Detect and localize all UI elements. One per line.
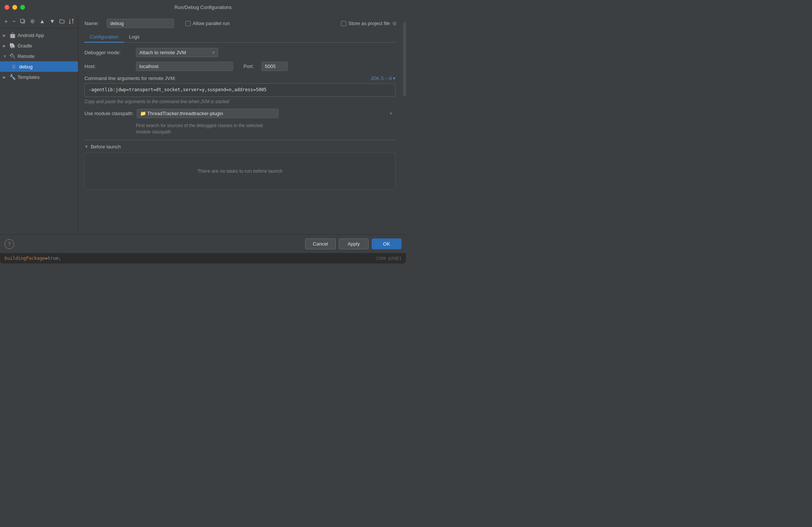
- before-launch-arrow-icon: ▼: [84, 144, 89, 149]
- chevron-down-icon: ▼: [3, 54, 8, 58]
- svg-rect-1: [21, 19, 24, 22]
- titlebar: Run/Debug Configurations: [0, 0, 406, 14]
- chevron-right-icon: ▶: [3, 75, 8, 79]
- close-button[interactable]: [4, 5, 9, 10]
- sidebar: + − ▲ ▼: [0, 14, 78, 234]
- cmd-hint: Copy and paste the arguments to the comm…: [84, 99, 396, 104]
- module-classpath-select[interactable]: 📁 ThreadTracker.threadtracker-plugin: [137, 109, 279, 118]
- before-launch-label: Before launch: [91, 144, 121, 150]
- module-classpath-label: Use module classpath:: [84, 111, 134, 116]
- minimize-button[interactable]: [12, 5, 17, 10]
- module-hint: First search for sources of the debugged…: [136, 123, 396, 135]
- remove-config-button[interactable]: −: [11, 17, 17, 25]
- port-label: Port:: [244, 64, 258, 69]
- templates-icon: 🔧: [9, 74, 16, 80]
- scrollbar-track: [403, 22, 406, 96]
- gradle-icon: 🐘: [9, 42, 16, 49]
- maximize-button[interactable]: [20, 5, 25, 10]
- code-eq: =: [45, 256, 47, 261]
- folder-button[interactable]: [58, 18, 66, 24]
- debug-icon: 🖥: [10, 63, 17, 70]
- code-bar: buildingPackage = true ; CSDN @月眠1: [0, 253, 406, 264]
- android-icon: 🤖: [9, 32, 16, 38]
- move-down-button[interactable]: ▼: [48, 17, 56, 25]
- gradle-label: Gradle: [18, 43, 32, 49]
- debugger-mode-select[interactable]: Attach to remote JVM Listen to remote JV…: [136, 48, 218, 57]
- allow-parallel-container: Allow parallel run: [185, 21, 230, 26]
- svg-point-2: [31, 20, 33, 22]
- cancel-button[interactable]: Cancel: [305, 238, 336, 249]
- module-classpath-row: Use module classpath: 📁 ThreadTracker.th…: [84, 109, 396, 118]
- module-select-wrapper: 📁 ThreadTracker.threadtracker-plugin: [137, 109, 396, 118]
- sidebar-item-remote[interactable]: ▼ 🔌 Remote: [0, 51, 78, 61]
- chevron-right-icon: ▶: [3, 44, 8, 48]
- module-hint-line2: module classpath: [136, 129, 171, 135]
- window-title: Run/Debug Configurations: [174, 4, 232, 10]
- before-launch-header: ▼ Before launch: [84, 144, 396, 150]
- templates-label: Templates: [18, 74, 40, 80]
- sidebar-item-templates[interactable]: ▶ 🔧 Templates: [0, 72, 78, 82]
- debugger-mode-label: Debugger mode:: [84, 50, 133, 55]
- window: Run/Debug Configurations + −: [0, 0, 406, 264]
- debug-label: debug: [19, 64, 32, 70]
- code-suffix: ;: [59, 256, 61, 261]
- before-launch-section: ▼ Before launch There are no tasks to ru…: [84, 144, 396, 190]
- name-row: Name: Allow parallel run Store as projec…: [84, 19, 397, 28]
- before-launch-empty-text: There are no tasks to run before launch: [198, 168, 283, 174]
- main-content: + − ▲ ▼: [0, 14, 406, 234]
- tab-configuration[interactable]: Configuration: [84, 32, 124, 43]
- move-up-button[interactable]: ▲: [38, 17, 47, 25]
- remote-icon: 🔌: [9, 53, 16, 59]
- sidebar-item-debug[interactable]: 🖥 debug: [0, 61, 78, 72]
- copy-config-button[interactable]: [19, 18, 27, 25]
- scrollbar[interactable]: [403, 14, 406, 234]
- host-port-row: Host: Port:: [84, 62, 396, 71]
- before-launch-empty-area: There are no tasks to run before launch: [84, 152, 396, 190]
- sidebar-item-gradle[interactable]: ▶ 🐘 Gradle: [0, 40, 78, 51]
- sidebar-item-android-app[interactable]: ▶ 🤖 Android App: [0, 30, 78, 40]
- store-project-checkbox[interactable]: [341, 21, 346, 26]
- host-input[interactable]: [136, 62, 233, 71]
- chevron-right-icon: ▶: [3, 33, 8, 37]
- config-content: Debugger mode: Attach to remote JVM List…: [84, 48, 397, 234]
- code-key: buildingPackage: [4, 256, 45, 261]
- help-button[interactable]: ?: [4, 239, 14, 249]
- name-input[interactable]: [107, 19, 174, 28]
- ok-button[interactable]: OK: [372, 238, 402, 249]
- code-val: true: [48, 256, 59, 261]
- host-label: Host:: [84, 64, 133, 69]
- debugger-mode-select-wrapper: Attach to remote JVM Listen to remote JV…: [136, 48, 218, 57]
- cmd-args-box: -agentlib:jdwp=transport=dt_socket,serve…: [84, 83, 396, 97]
- sort-button[interactable]: [68, 18, 75, 25]
- cmd-header: Command line arguments for remote JVM: J…: [84, 75, 396, 81]
- right-panel: Name: Allow parallel run Store as projec…: [78, 14, 403, 234]
- tab-logs[interactable]: Logs: [124, 32, 145, 43]
- apply-button[interactable]: Apply: [339, 238, 369, 249]
- config-scroll-area: Debugger mode: Attach to remote JVM List…: [84, 48, 397, 234]
- cmd-section: Command line arguments for remote JVM: J…: [84, 75, 396, 104]
- sidebar-toolbar: + − ▲ ▼: [0, 14, 78, 28]
- traffic-lights: [4, 5, 25, 10]
- sidebar-tree: ▶ 🤖 Android App ▶ 🐘 Gradle ▼ 🔌 Remote: [0, 28, 78, 234]
- watermark: CSDN @月眠1: [376, 256, 402, 261]
- store-project-container: Store as project file ⚙: [341, 21, 397, 27]
- port-input[interactable]: [261, 62, 288, 71]
- add-config-button[interactable]: +: [3, 17, 9, 25]
- remote-label: Remote: [18, 53, 35, 59]
- config-button[interactable]: [28, 18, 37, 25]
- name-label: Name:: [84, 21, 103, 26]
- store-project-label: Store as project file: [348, 21, 390, 26]
- android-app-label: Android App: [18, 33, 44, 38]
- debugger-mode-row: Debugger mode: Attach to remote JVM List…: [84, 48, 396, 57]
- cmd-args-label: Command line arguments for remote JVM:: [84, 75, 176, 81]
- jdk-link[interactable]: JDK 5 – 8 ▾: [371, 75, 396, 81]
- bottom-bar: ? Cancel Apply OK: [0, 234, 406, 253]
- tabs: Configuration Logs: [84, 32, 397, 43]
- allow-parallel-label: Allow parallel run: [193, 21, 230, 26]
- section-divider: [84, 140, 396, 140]
- module-hint-line1: First search for sources of the debugged…: [136, 123, 263, 128]
- allow-parallel-checkbox[interactable]: [185, 21, 190, 26]
- jdk-chevron-icon: ▾: [393, 75, 396, 81]
- gear-icon[interactable]: ⚙: [392, 21, 397, 27]
- jdk-label: JDK 5 – 8: [371, 75, 392, 81]
